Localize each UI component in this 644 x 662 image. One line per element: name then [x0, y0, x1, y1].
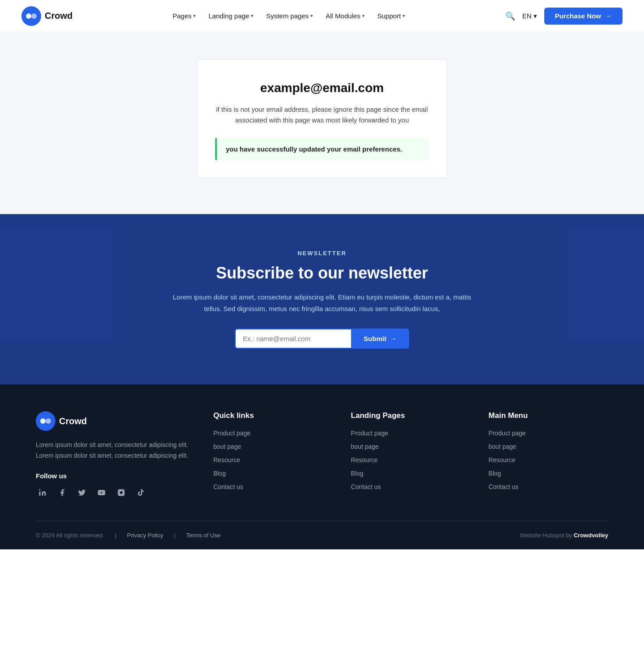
- svg-point-0: [26, 13, 31, 19]
- quicklinks-resource[interactable]: Resource: [213, 456, 240, 464]
- success-banner: you have successfully updated your email…: [215, 138, 429, 160]
- list-item: bout page: [488, 443, 608, 451]
- nav-pages[interactable]: Pages ▾: [173, 12, 196, 20]
- footer-description: Lorem ipsum dolor sit amet, consectetur …: [36, 440, 195, 461]
- list-item: Contact us: [351, 483, 471, 491]
- menu-bout-page[interactable]: bout page: [488, 443, 516, 450]
- chevron-down-icon: ▾: [310, 13, 313, 19]
- footer-brand-column: Crowd Lorem ipsum dolor sit amet, consec…: [36, 411, 195, 499]
- tiktok-icon[interactable]: [134, 486, 148, 499]
- footer-main-menu-title: Main Menu: [488, 411, 608, 420]
- newsletter-description: Lorem ipsum dolor sit amet, consectetur …: [165, 291, 479, 314]
- menu-resource[interactable]: Resource: [488, 456, 515, 464]
- arrow-right-icon: →: [605, 12, 612, 20]
- list-item: Resource: [488, 456, 608, 464]
- landing-bout-page[interactable]: bout page: [351, 443, 379, 450]
- email-note: if this is not your email address, pleas…: [215, 104, 429, 126]
- svg-point-3: [46, 418, 51, 424]
- list-item: Product page: [351, 429, 471, 437]
- landing-resource[interactable]: Resource: [351, 456, 378, 464]
- list-item: Contact us: [488, 483, 608, 491]
- footer-bottom-left: © 2024 All rights reserved. | Privacy Po…: [36, 532, 220, 539]
- instagram-icon[interactable]: [114, 486, 128, 499]
- twitter-icon[interactable]: [75, 486, 89, 499]
- list-item: Blog: [351, 469, 471, 477]
- list-item: Product page: [213, 429, 333, 437]
- footer-top: Crowd Lorem ipsum dolor sit amet, consec…: [36, 411, 608, 521]
- quicklinks-product-page[interactable]: Product page: [213, 430, 250, 437]
- main-content-section: example@email.com if this is not your em…: [0, 32, 644, 214]
- newsletter-section: NEWSLETTER Subscribe to our newsletter L…: [0, 214, 644, 384]
- youtube-icon[interactable]: [95, 486, 108, 499]
- list-item: Product page: [488, 429, 608, 437]
- purchase-now-button[interactable]: Purchase Now →: [544, 8, 623, 25]
- list-item: Resource: [213, 456, 333, 464]
- arrow-right-icon: →: [390, 335, 397, 342]
- logo-link[interactable]: Crowd: [21, 6, 72, 26]
- footer-quicklinks-list: Product page bout page Resource Blog Con…: [213, 429, 333, 491]
- nav-all-modules[interactable]: All Modules ▾: [326, 12, 365, 20]
- chevron-down-icon: ▾: [362, 13, 365, 19]
- follow-us-label: Follow us: [36, 472, 195, 480]
- footer-bottom: © 2024 All rights reserved. | Privacy Po…: [36, 521, 608, 549]
- newsletter-form: Submit →: [165, 329, 479, 349]
- quicklinks-bout-page[interactable]: bout page: [213, 443, 241, 450]
- crowdvolley-link[interactable]: Crowdvolley: [574, 532, 608, 539]
- main-nav: Pages ▾ Landing page ▾ System pages ▾ Al…: [173, 12, 406, 20]
- footer-logo: Crowd: [36, 411, 195, 431]
- social-icons: [36, 486, 195, 499]
- landing-blog[interactable]: Blog: [351, 470, 364, 477]
- language-selector[interactable]: EN ▾: [522, 12, 537, 20]
- footer-quicklinks-title: Quick links: [213, 411, 333, 420]
- newsletter-inner: NEWSLETTER Subscribe to our newsletter L…: [165, 250, 479, 349]
- menu-blog[interactable]: Blog: [488, 470, 501, 477]
- quicklinks-blog[interactable]: Blog: [213, 470, 226, 477]
- chevron-down-icon: ▾: [251, 13, 254, 19]
- privacy-policy-link[interactable]: Privacy Policy: [127, 532, 163, 539]
- site-footer: Crowd Lorem ipsum dolor sit amet, consec…: [0, 384, 644, 549]
- list-item: Blog: [213, 469, 333, 477]
- footer-logo-text: Crowd: [59, 416, 87, 426]
- header-right: 🔍 EN ▾ Purchase Now →: [505, 8, 623, 25]
- footer-quicklinks-column: Quick links Product page bout page Resou…: [213, 411, 333, 499]
- newsletter-label: NEWSLETTER: [165, 250, 479, 257]
- svg-point-5: [120, 491, 123, 494]
- svg-point-6: [123, 490, 123, 491]
- svg-point-1: [31, 13, 37, 19]
- list-item: Blog: [488, 469, 608, 477]
- footer-landing-pages-title: Landing Pages: [351, 411, 471, 420]
- footer-credit: Website Hubspot by Crowdvolley: [520, 532, 608, 539]
- success-message: you have successfully updated your email…: [226, 145, 420, 153]
- landing-contact-us[interactable]: Contact us: [351, 483, 381, 490]
- list-item: Resource: [351, 456, 471, 464]
- email-card: example@email.com if this is not your em…: [197, 59, 447, 178]
- logo-icon: [21, 6, 41, 26]
- newsletter-submit-button[interactable]: Submit →: [351, 329, 409, 349]
- footer-main-menu-list: Product page bout page Resource Blog Con…: [488, 429, 608, 491]
- menu-product-page[interactable]: Product page: [488, 430, 525, 437]
- nav-system-pages[interactable]: System pages ▾: [266, 12, 313, 20]
- menu-contact-us[interactable]: Contact us: [488, 483, 518, 490]
- list-item: bout page: [213, 443, 333, 451]
- linkedin-icon[interactable]: [36, 486, 49, 499]
- newsletter-title: Subscribe to our newsletter: [165, 264, 479, 283]
- nav-support[interactable]: Support ▾: [377, 12, 406, 20]
- footer-landing-pages-list: Product page bout page Resource Blog Con…: [351, 429, 471, 491]
- divider: |: [174, 532, 175, 539]
- newsletter-email-input[interactable]: [235, 329, 351, 349]
- terms-of-use-link[interactable]: Terms of Use: [186, 532, 220, 539]
- site-header: Crowd Pages ▾ Landing page ▾ System page…: [0, 0, 644, 32]
- search-button[interactable]: 🔍: [505, 11, 515, 21]
- chevron-down-icon: ▾: [193, 13, 196, 19]
- footer-landing-pages-column: Landing Pages Product page bout page Res…: [351, 411, 471, 499]
- landing-product-page[interactable]: Product page: [351, 430, 388, 437]
- chevron-down-icon: ▾: [534, 12, 537, 20]
- chevron-down-icon: ▾: [402, 13, 405, 19]
- quicklinks-contact-us[interactable]: Contact us: [213, 483, 243, 490]
- copyright-text: © 2024 All rights reserved.: [36, 532, 104, 539]
- nav-landing-page[interactable]: Landing page ▾: [208, 12, 254, 20]
- divider: |: [115, 532, 116, 539]
- email-address: example@email.com: [215, 81, 429, 95]
- facebook-icon[interactable]: [55, 486, 69, 499]
- footer-main-menu-column: Main Menu Product page bout page Resourc…: [488, 411, 608, 499]
